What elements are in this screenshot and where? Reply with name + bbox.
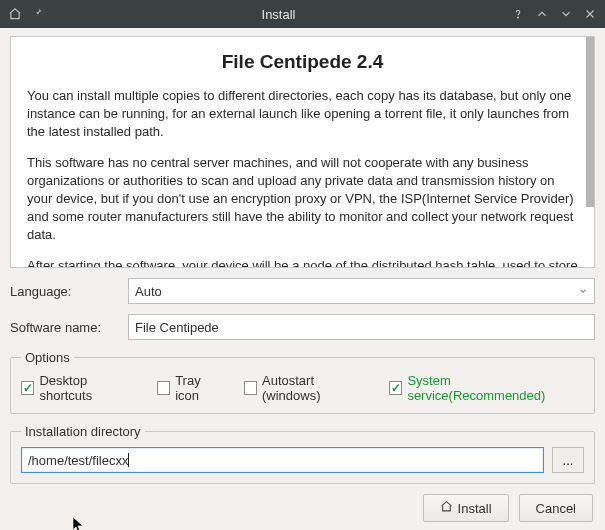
language-label: Language:: [10, 284, 120, 299]
language-value: Auto: [135, 284, 162, 299]
svg-point-0: [518, 17, 519, 18]
scrollbar-thumb[interactable]: [586, 37, 594, 207]
home-icon[interactable]: [8, 7, 22, 21]
install-dir-legend: Installation directory: [21, 424, 145, 439]
close-icon[interactable]: [583, 7, 597, 21]
tray-icon-label: Tray icon: [175, 373, 225, 403]
text-caret: [128, 453, 129, 467]
autostart-checkbox[interactable]: Autostart (windows): [244, 373, 371, 403]
description-para-2: This software has no central server mach…: [27, 154, 578, 244]
install-button[interactable]: Install: [423, 494, 509, 522]
options-group: Options Desktop shortcuts Tray icon Auto…: [10, 350, 595, 414]
desktop-shortcuts-checkbox[interactable]: Desktop shortcuts: [21, 373, 139, 403]
autostart-label: Autostart (windows): [262, 373, 371, 403]
chevron-down-icon: [578, 284, 588, 299]
dialog-body: File Centipede 2.4 You can install multi…: [0, 28, 605, 530]
language-select[interactable]: Auto: [128, 278, 595, 304]
checkbox-icon: [389, 381, 402, 395]
help-icon[interactable]: [511, 7, 525, 21]
description-para-3: After starting the software, your device…: [27, 257, 578, 269]
description-para-1: You can install multiple copies to diffe…: [27, 87, 578, 141]
cancel-button[interactable]: Cancel: [519, 494, 593, 522]
software-name-label: Software name:: [10, 320, 120, 335]
checkbox-icon: [157, 381, 170, 395]
install-dir-input[interactable]: /home/test/filecxx: [21, 447, 544, 473]
titlebar: Install: [0, 0, 605, 28]
software-name-input[interactable]: [128, 314, 595, 340]
description-box: File Centipede 2.4 You can install multi…: [10, 36, 595, 268]
app-heading: File Centipede 2.4: [27, 51, 578, 73]
maximize-icon[interactable]: [559, 7, 573, 21]
cursor-icon: [72, 516, 86, 530]
checkbox-icon: [21, 381, 34, 395]
checkbox-icon: [244, 381, 257, 395]
install-dir-group: Installation directory /home/test/filecx…: [10, 424, 595, 484]
pin-icon[interactable]: [32, 7, 46, 21]
options-legend: Options: [21, 350, 74, 365]
desktop-shortcuts-label: Desktop shortcuts: [39, 373, 138, 403]
system-service-label: System service(Recommended): [407, 373, 584, 403]
dialog-footer: Install Cancel: [10, 494, 595, 522]
install-button-label: Install: [458, 501, 492, 516]
tray-icon-checkbox[interactable]: Tray icon: [157, 373, 226, 403]
window-title: Install: [46, 7, 511, 22]
browse-button[interactable]: ...: [552, 447, 584, 473]
system-service-checkbox[interactable]: System service(Recommended): [389, 373, 584, 403]
cancel-button-label: Cancel: [536, 501, 576, 516]
home-icon: [440, 500, 453, 516]
install-dir-value: /home/test/filecxx: [28, 453, 128, 468]
minimize-icon[interactable]: [535, 7, 549, 21]
